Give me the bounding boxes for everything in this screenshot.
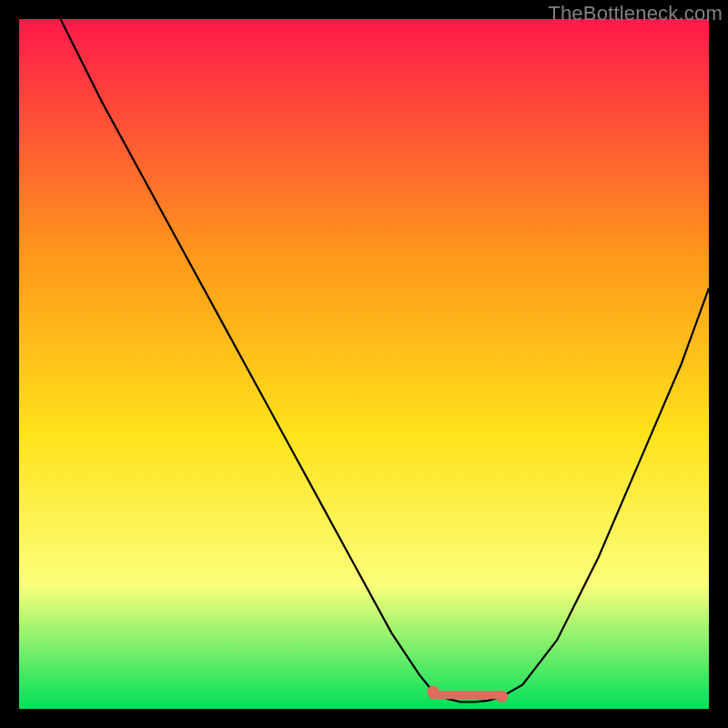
marker-flat-right [496,691,508,703]
marker-flat-left [427,686,439,698]
chart-frame [19,19,709,709]
watermark-text: TheBottleneck.com [548,2,723,25]
gradient-background [19,19,709,709]
chart-svg [19,19,709,709]
